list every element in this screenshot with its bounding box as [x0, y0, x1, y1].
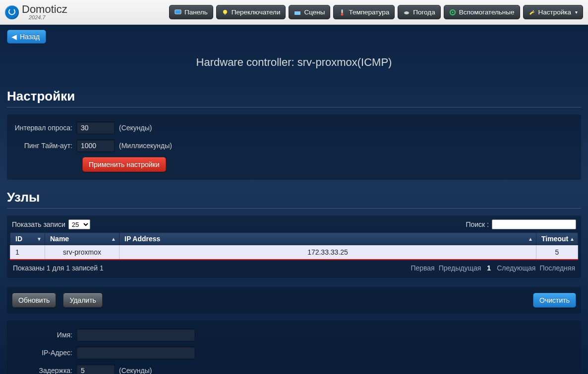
- thermometer-icon: [339, 9, 346, 16]
- nav-temperature[interactable]: Температура: [333, 5, 395, 19]
- pager-current: 1: [485, 264, 493, 272]
- back-label: Назад: [20, 33, 40, 41]
- ping-timeout-input[interactable]: [76, 139, 115, 152]
- clapper-icon: [294, 9, 301, 16]
- edit-delay-input[interactable]: [76, 364, 115, 374]
- col-id[interactable]: ID▼: [10, 233, 45, 245]
- poll-interval-unit: (Секунды): [119, 124, 152, 132]
- settings-heading: Настройки: [7, 89, 581, 104]
- brand: Domoticz 2024.7: [5, 4, 67, 20]
- col-name[interactable]: Name▲: [45, 233, 119, 245]
- edit-panel: Имя: IP-Адрес: Задержка: (Секунды) Добав…: [7, 321, 581, 374]
- ping-timeout-label: Пинг Тайм-аут:: [13, 142, 76, 150]
- cell-timeout: 5: [536, 245, 578, 260]
- crud-row: Обновить Удалить Очистить: [7, 287, 581, 314]
- brand-logo-icon: [5, 5, 19, 19]
- monitor-icon: [175, 9, 181, 16]
- nav-switches[interactable]: Переключатели: [216, 5, 286, 19]
- svg-rect-4: [294, 11, 300, 15]
- brand-version: 2024.7: [29, 15, 67, 20]
- chevron-left-icon: ◀: [11, 33, 17, 41]
- pager-first[interactable]: Первая: [411, 264, 434, 272]
- divider: [7, 107, 581, 107]
- poll-interval-input[interactable]: [76, 121, 115, 134]
- update-button[interactable]: Обновить: [12, 293, 56, 308]
- nodes-heading: Узлы: [7, 190, 581, 205]
- cell-id: 1: [10, 245, 45, 260]
- nav-utility-label: Вспомогательные: [459, 8, 515, 16]
- cell-name: srv-proxmox: [45, 245, 119, 260]
- nav-switches-label: Переключатели: [232, 8, 281, 16]
- edit-name-input[interactable]: [76, 328, 195, 341]
- delete-button[interactable]: Удалить: [63, 293, 102, 308]
- edit-delay-unit: (Секунды): [119, 367, 152, 374]
- nodes-panel: Показать записи 25 Поиск : ID▼ Name▲ IP …: [7, 215, 581, 278]
- nav-scenes-label: Сцены: [304, 8, 325, 16]
- nav-tabs: Панель Переключатели Сцены Температура П…: [169, 5, 583, 19]
- navbar: Domoticz 2024.7 Панель Переключатели Сце…: [0, 0, 588, 25]
- table-info: Показаны 1 для 1 записей 1: [13, 264, 104, 272]
- length-label: Показать записи: [12, 220, 65, 228]
- svg-rect-5: [294, 10, 300, 11]
- col-timeout[interactable]: Timeout▲: [536, 233, 578, 245]
- ping-timeout-unit: (Миллисекунды): [119, 142, 172, 150]
- chevron-down-icon: ▾: [575, 9, 578, 15]
- divider: [7, 208, 581, 209]
- sort-asc-icon: ▲: [528, 236, 533, 242]
- nav-setup-label: Настройка: [538, 8, 571, 16]
- plug-icon: [449, 9, 456, 16]
- pager-prev[interactable]: Предыдущая: [439, 264, 481, 272]
- svg-point-10: [452, 11, 453, 13]
- nav-scenes[interactable]: Сцены: [289, 5, 330, 19]
- pager: Первая Предыдущая 1 Следующая Последняя: [411, 264, 575, 272]
- apply-settings-button[interactable]: Применить настройки: [82, 157, 166, 172]
- nav-panel[interactable]: Панель: [169, 5, 213, 19]
- svg-point-7: [341, 13, 344, 15]
- nav-weather[interactable]: Погода: [398, 5, 440, 19]
- pager-last[interactable]: Последняя: [539, 264, 575, 272]
- svg-point-8: [404, 11, 409, 14]
- cell-ip: 172.33.33.25: [119, 245, 536, 260]
- col-ip[interactable]: IP Address▲: [119, 233, 536, 245]
- back-button[interactable]: ◀ Назад: [7, 30, 46, 44]
- poll-interval-label: Интервал опроса:: [13, 124, 76, 132]
- sort-asc-icon: ▲: [111, 236, 116, 242]
- svg-rect-6: [342, 9, 343, 13]
- clear-button[interactable]: Очистить: [533, 293, 576, 308]
- nav-utility[interactable]: Вспомогательные: [444, 5, 520, 19]
- table-row[interactable]: 1 srv-proxmox 172.33.33.25 5: [10, 245, 578, 260]
- sort-asc-icon: ▲: [570, 236, 575, 242]
- lightbulb-icon: [222, 9, 229, 16]
- length-select[interactable]: 25: [68, 219, 90, 229]
- edit-ip-input[interactable]: [76, 346, 195, 359]
- wrench-icon: [529, 9, 535, 16]
- svg-point-2: [223, 10, 227, 14]
- pager-next[interactable]: Следующая: [497, 264, 535, 272]
- brand-title: Domoticz: [22, 4, 67, 15]
- svg-rect-3: [224, 14, 226, 15]
- nav-weather-label: Погода: [413, 8, 435, 16]
- nav-panel-label: Панель: [184, 8, 208, 16]
- cloud-icon: [403, 9, 410, 16]
- svg-rect-1: [176, 10, 180, 13]
- edit-name-label: Имя:: [13, 331, 76, 339]
- edit-ip-label: IP-Адрес:: [13, 349, 76, 357]
- search-label: Поиск :: [466, 220, 489, 228]
- nav-setup[interactable]: Настройка ▾: [523, 5, 583, 19]
- nav-temperature-label: Температура: [349, 8, 389, 16]
- nodes-table: ID▼ Name▲ IP Address▲ Timeout▲ 1 srv-pro…: [10, 232, 578, 260]
- sort-desc-icon: ▼: [37, 236, 42, 242]
- settings-panel: Интервал опроса: (Секунды) Пинг Тайм-аут…: [7, 114, 581, 180]
- edit-delay-label: Задержка:: [13, 367, 76, 374]
- search-input[interactable]: [492, 219, 576, 229]
- page-title: Hardware controller: srv-proxmox(ICMP): [7, 56, 581, 69]
